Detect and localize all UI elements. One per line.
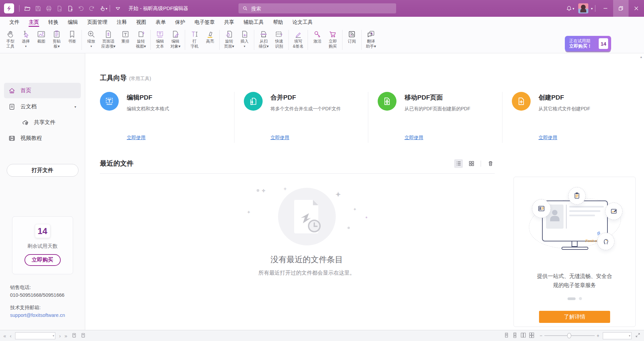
reflow-button[interactable]: 重排 <box>118 30 133 44</box>
zoom-level-box[interactable]: ▾ <box>603 332 632 339</box>
prev-page-button[interactable]: ‹ <box>10 333 11 338</box>
menu-view[interactable]: 视图 <box>131 17 151 27</box>
learn-more-button[interactable]: 了解详情 <box>539 311 610 323</box>
highlight-button[interactable]: 高亮 <box>202 30 218 44</box>
carousel-dot-active[interactable] <box>568 297 576 300</box>
fill-sign-button[interactable]: 填写&签名 <box>290 30 306 49</box>
zoom-slider-handle[interactable] <box>567 333 571 338</box>
undo-icon[interactable] <box>75 0 86 17</box>
snapshot-button[interactable]: 截图 <box>34 30 49 44</box>
translate-assistant-button[interactable]: 翻译助手▾ <box>363 30 379 49</box>
clipboard-button[interactable]: 剪贴板▾ <box>49 30 64 49</box>
grid-view-button[interactable] <box>467 159 476 168</box>
minimize-button[interactable] <box>598 0 613 17</box>
tool-card-create-pdf[interactable]: 创建PDF 从其它格式文件创建PDF 立即使用 <box>502 92 636 143</box>
redo-icon[interactable] <box>86 0 97 17</box>
zoom-slider[interactable]: − + <box>540 333 599 338</box>
buy-now-button[interactable]: 立即购买 <box>325 30 340 49</box>
support-email-link[interactable]: support@foxitsoftware.cn <box>10 311 85 319</box>
scrollbar-up-icon[interactable]: ▲ <box>640 55 643 59</box>
edit-object-button[interactable]: 编辑对象▾ <box>168 30 183 49</box>
menu-page-manage[interactable]: 页面管理 <box>83 17 112 27</box>
search-bar[interactable] <box>238 3 396 13</box>
page-number-input[interactable] <box>15 333 53 338</box>
use-now-link[interactable]: 立即使用 <box>271 135 341 141</box>
sidebar-item-home[interactable]: 首页 <box>4 83 81 98</box>
zoom-level-caret-icon[interactable]: ▾ <box>629 334 631 337</box>
continuous-view-icon[interactable] <box>512 332 518 339</box>
buy-now-pill-button[interactable]: 立即购买 <box>24 254 61 266</box>
notifications-caret-icon[interactable]: ▾ <box>573 7 574 10</box>
restore-button[interactable] <box>613 0 629 17</box>
menu-convert[interactable]: 转换 <box>44 17 63 27</box>
zoom-slider-track[interactable] <box>544 335 595 336</box>
select-button[interactable]: 选择▾ <box>18 30 34 49</box>
list-view-button[interactable] <box>454 159 463 168</box>
menu-esign[interactable]: 电子签章 <box>190 17 219 27</box>
zoom-in-icon[interactable]: + <box>597 333 599 338</box>
fullscreen-fit-icon[interactable] <box>635 332 641 339</box>
from-scanner-button[interactable]: 从扫描仪▾ <box>256 30 271 49</box>
cloud-docs-caret-icon[interactable]: ▾ <box>74 105 76 109</box>
trial-period-badge[interactable]: 正在试用期 立即购买！ 14 <box>565 36 611 51</box>
menu-form[interactable]: 表单 <box>151 17 170 27</box>
zoom-button[interactable]: 缩放▾ <box>84 30 99 49</box>
user-avatar[interactable] <box>578 3 588 13</box>
menu-help[interactable]: 帮助 <box>268 17 288 27</box>
menu-file[interactable]: 文件 <box>5 17 24 27</box>
menu-paper-tools[interactable]: 论文工具 <box>288 17 317 27</box>
create-page-icon[interactable] <box>65 0 75 17</box>
account-caret-icon[interactable]: ▾ <box>591 7 593 10</box>
insert-button[interactable]: 插入▾ <box>237 30 252 49</box>
facing-view-icon[interactable] <box>521 332 526 339</box>
menu-home[interactable]: 主页 <box>24 17 44 27</box>
quick-ocr-button[interactable]: OCR 快速识别 <box>271 30 287 49</box>
rotate-pages-button[interactable]: 旋转页面▾ <box>221 30 237 49</box>
use-now-link[interactable]: 立即使用 <box>127 135 169 141</box>
touch-mode-caret-icon[interactable]: ▾ <box>106 7 107 10</box>
prev-view-button[interactable] <box>71 332 77 339</box>
page-number-box[interactable]: ▾ <box>15 332 55 339</box>
single-page-view-icon[interactable] <box>504 332 509 339</box>
menu-accessibility[interactable]: 辅助工具 <box>239 17 268 27</box>
hand-tool-button[interactable]: 手型工具 <box>3 30 18 49</box>
clear-recent-button[interactable] <box>486 159 495 168</box>
print-icon[interactable] <box>43 0 54 17</box>
next-page-button[interactable]: › <box>59 333 61 338</box>
use-now-link[interactable]: 立即使用 <box>539 135 590 141</box>
zoom-out-icon[interactable]: − <box>540 333 542 338</box>
close-button[interactable] <box>629 0 644 17</box>
carousel-dot[interactable] <box>579 297 582 300</box>
menu-comment[interactable]: 注释 <box>112 17 131 27</box>
menu-protect[interactable]: 保护 <box>170 17 190 27</box>
tool-card-edit-pdf[interactable]: 编辑PDF 编辑文档和文本格式 立即使用 <box>100 92 234 143</box>
rotate-view-button[interactable]: 旋转视图▾ <box>133 30 149 49</box>
sidebar-item-shared-files[interactable]: 共享文件 <box>4 115 81 130</box>
bookmark-button[interactable]: 书签 <box>64 30 80 44</box>
use-now-link[interactable]: 立即使用 <box>405 135 470 141</box>
search-input[interactable] <box>251 6 392 11</box>
menu-edit[interactable]: 编辑 <box>63 17 83 27</box>
page-fit-options-button[interactable]: 页面适应选项▾ <box>99 30 118 49</box>
open-file-icon[interactable] <box>22 0 33 17</box>
typewriter-button[interactable]: 打字机 <box>187 30 202 49</box>
delete-page-icon[interactable] <box>54 0 65 17</box>
edit-text-button[interactable]: 编辑文本 <box>152 30 168 49</box>
collapse-ribbon-icon[interactable] <box>112 0 123 17</box>
sidebar-item-cloud-docs[interactable]: 云文档 ▾ <box>4 99 81 114</box>
save-icon[interactable] <box>33 0 43 17</box>
facing-continuous-view-icon[interactable] <box>529 332 534 339</box>
first-page-button[interactable]: « <box>3 333 6 338</box>
subscribe-button[interactable]: 订阅 <box>344 30 360 44</box>
tool-card-merge-pdf[interactable]: 合并PDF 将多个文件合并生成一个PDF文件 立即使用 <box>234 92 368 143</box>
last-page-button[interactable]: » <box>64 333 67 338</box>
open-file-button[interactable]: 打开文件 <box>7 164 78 177</box>
activate-button[interactable]: 激活 <box>310 30 325 44</box>
carousel-dots[interactable] <box>568 297 582 300</box>
next-view-button[interactable] <box>80 332 86 339</box>
page-number-caret-icon[interactable]: ▾ <box>53 334 55 337</box>
zoom-level-input[interactable] <box>603 333 629 338</box>
sidebar-item-video-tutorials[interactable]: 视频教程 <box>4 130 81 146</box>
menu-share[interactable]: 共享 <box>219 17 239 27</box>
tool-card-move-pdf-pages[interactable]: 移动PDF页面 从已有的PDF页面创建新的PDF 立即使用 <box>368 92 502 143</box>
